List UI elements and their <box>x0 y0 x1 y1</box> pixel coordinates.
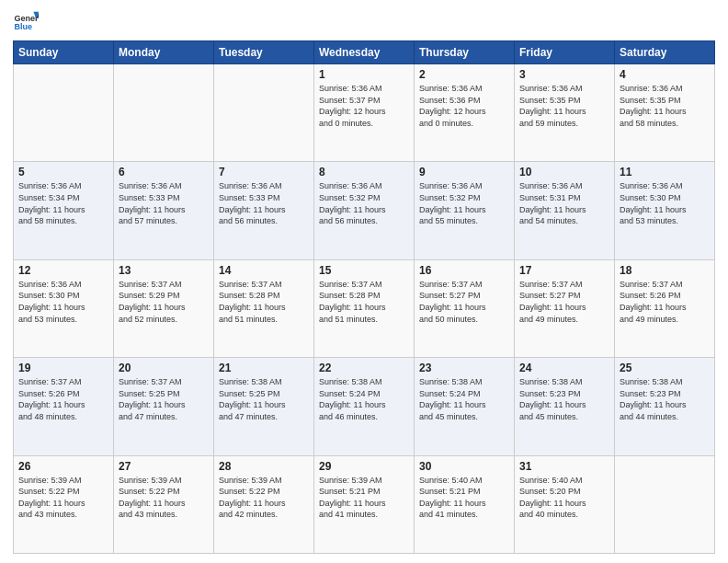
calendar-cell: 17Sunrise: 5:37 AM Sunset: 5:27 PM Dayli… <box>515 259 615 357</box>
day-info: Sunrise: 5:40 AM Sunset: 5:21 PM Dayligh… <box>419 475 509 521</box>
calendar-cell: 20Sunrise: 5:37 AM Sunset: 5:25 PM Dayli… <box>114 358 214 455</box>
day-info: Sunrise: 5:36 AM Sunset: 5:36 PM Dayligh… <box>419 83 509 129</box>
calendar-cell: 21Sunrise: 5:38 AM Sunset: 5:25 PM Dayli… <box>214 358 314 455</box>
day-info: Sunrise: 5:39 AM Sunset: 5:22 PM Dayligh… <box>219 475 309 521</box>
calendar-cell: 4Sunrise: 5:36 AM Sunset: 5:35 PM Daylig… <box>615 64 715 162</box>
calendar-table: SundayMondayTuesdayWednesdayThursdayFrid… <box>13 40 715 554</box>
day-info: Sunrise: 5:37 AM Sunset: 5:27 PM Dayligh… <box>419 279 509 325</box>
day-number: 18 <box>620 264 710 277</box>
day-number: 20 <box>119 362 209 374</box>
day-number: 28 <box>219 460 309 473</box>
day-number: 5 <box>18 166 108 178</box>
day-info: Sunrise: 5:38 AM Sunset: 5:23 PM Dayligh… <box>519 376 609 422</box>
day-number: 8 <box>319 166 409 178</box>
calendar-cell: 3Sunrise: 5:36 AM Sunset: 5:35 PM Daylig… <box>515 64 615 162</box>
calendar-cell <box>214 64 314 162</box>
calendar-header: SundayMondayTuesdayWednesdayThursdayFrid… <box>14 41 715 64</box>
weekday-header-thursday: Thursday <box>415 41 515 64</box>
calendar-cell <box>14 64 114 162</box>
day-info: Sunrise: 5:38 AM Sunset: 5:24 PM Dayligh… <box>419 376 509 422</box>
day-number: 29 <box>319 460 409 473</box>
calendar-cell: 26Sunrise: 5:39 AM Sunset: 5:22 PM Dayli… <box>14 455 114 553</box>
calendar-cell: 30Sunrise: 5:40 AM Sunset: 5:21 PM Dayli… <box>415 455 515 553</box>
calendar-cell: 8Sunrise: 5:36 AM Sunset: 5:32 PM Daylig… <box>314 162 415 259</box>
calendar-cell: 19Sunrise: 5:37 AM Sunset: 5:26 PM Dayli… <box>14 358 114 455</box>
day-info: Sunrise: 5:38 AM Sunset: 5:24 PM Dayligh… <box>319 376 409 422</box>
day-number: 6 <box>119 166 209 178</box>
day-number: 19 <box>18 362 108 374</box>
day-number: 27 <box>119 460 209 473</box>
day-number: 9 <box>419 166 509 178</box>
day-info: Sunrise: 5:38 AM Sunset: 5:23 PM Dayligh… <box>620 376 710 422</box>
calendar-body: 1Sunrise: 5:36 AM Sunset: 5:37 PM Daylig… <box>14 64 715 554</box>
day-number: 2 <box>419 68 509 81</box>
calendar-cell: 11Sunrise: 5:36 AM Sunset: 5:30 PM Dayli… <box>615 162 715 259</box>
calendar-cell: 18Sunrise: 5:37 AM Sunset: 5:26 PM Dayli… <box>615 259 715 357</box>
calendar-cell: 1Sunrise: 5:36 AM Sunset: 5:37 PM Daylig… <box>314 64 415 162</box>
day-info: Sunrise: 5:37 AM Sunset: 5:29 PM Dayligh… <box>119 279 209 325</box>
calendar-cell: 2Sunrise: 5:36 AM Sunset: 5:36 PM Daylig… <box>415 64 515 162</box>
weekday-header-friday: Friday <box>515 41 615 64</box>
day-number: 16 <box>419 264 509 277</box>
calendar-week-row: 26Sunrise: 5:39 AM Sunset: 5:22 PM Dayli… <box>14 455 715 553</box>
weekday-header-sunday: Sunday <box>14 41 114 64</box>
day-number: 31 <box>519 460 609 473</box>
day-info: Sunrise: 5:36 AM Sunset: 5:31 PM Dayligh… <box>519 180 609 226</box>
weekday-header-monday: Monday <box>114 41 214 64</box>
weekday-header-tuesday: Tuesday <box>214 41 314 64</box>
day-info: Sunrise: 5:36 AM Sunset: 5:30 PM Dayligh… <box>620 180 710 226</box>
page: General Blue SundayMondayTuesdayWednesda… <box>0 0 728 563</box>
day-info: Sunrise: 5:37 AM Sunset: 5:27 PM Dayligh… <box>519 279 609 325</box>
day-info: Sunrise: 5:40 AM Sunset: 5:20 PM Dayligh… <box>519 475 609 521</box>
day-info: Sunrise: 5:37 AM Sunset: 5:28 PM Dayligh… <box>219 279 309 325</box>
day-number: 13 <box>119 264 209 277</box>
day-info: Sunrise: 5:39 AM Sunset: 5:22 PM Dayligh… <box>119 475 209 521</box>
calendar-cell <box>114 64 214 162</box>
day-number: 17 <box>519 264 609 277</box>
day-number: 7 <box>219 166 309 178</box>
weekday-header-saturday: Saturday <box>615 41 715 64</box>
day-number: 1 <box>319 68 409 81</box>
day-info: Sunrise: 5:39 AM Sunset: 5:22 PM Dayligh… <box>18 475 108 521</box>
day-info: Sunrise: 5:37 AM Sunset: 5:26 PM Dayligh… <box>620 279 710 325</box>
calendar-week-row: 12Sunrise: 5:36 AM Sunset: 5:30 PM Dayli… <box>14 259 715 357</box>
generalblue-logo-icon: General Blue <box>13 9 39 35</box>
calendar-cell: 7Sunrise: 5:36 AM Sunset: 5:33 PM Daylig… <box>214 162 314 259</box>
day-info: Sunrise: 5:37 AM Sunset: 5:28 PM Dayligh… <box>319 279 409 325</box>
day-number: 4 <box>620 68 710 81</box>
day-number: 12 <box>18 264 108 277</box>
calendar-week-row: 5Sunrise: 5:36 AM Sunset: 5:34 PM Daylig… <box>14 162 715 259</box>
day-number: 10 <box>519 166 609 178</box>
calendar-cell: 23Sunrise: 5:38 AM Sunset: 5:24 PM Dayli… <box>415 358 515 455</box>
calendar-cell <box>615 455 715 553</box>
day-number: 30 <box>419 460 509 473</box>
day-info: Sunrise: 5:37 AM Sunset: 5:26 PM Dayligh… <box>18 376 108 422</box>
calendar-cell: 6Sunrise: 5:36 AM Sunset: 5:33 PM Daylig… <box>114 162 214 259</box>
day-info: Sunrise: 5:38 AM Sunset: 5:25 PM Dayligh… <box>219 376 309 422</box>
calendar-cell: 29Sunrise: 5:39 AM Sunset: 5:21 PM Dayli… <box>314 455 415 553</box>
calendar-cell: 25Sunrise: 5:38 AM Sunset: 5:23 PM Dayli… <box>615 358 715 455</box>
day-info: Sunrise: 5:39 AM Sunset: 5:21 PM Dayligh… <box>319 475 409 521</box>
day-number: 22 <box>319 362 409 374</box>
day-info: Sunrise: 5:36 AM Sunset: 5:33 PM Dayligh… <box>119 180 209 226</box>
calendar-cell: 10Sunrise: 5:36 AM Sunset: 5:31 PM Dayli… <box>515 162 615 259</box>
calendar-cell: 22Sunrise: 5:38 AM Sunset: 5:24 PM Dayli… <box>314 358 415 455</box>
day-info: Sunrise: 5:36 AM Sunset: 5:34 PM Dayligh… <box>18 180 108 226</box>
calendar-cell: 27Sunrise: 5:39 AM Sunset: 5:22 PM Dayli… <box>114 455 214 553</box>
calendar-cell: 13Sunrise: 5:37 AM Sunset: 5:29 PM Dayli… <box>114 259 214 357</box>
calendar-cell: 15Sunrise: 5:37 AM Sunset: 5:28 PM Dayli… <box>314 259 415 357</box>
svg-text:Blue: Blue <box>14 22 32 31</box>
day-number: 23 <box>419 362 509 374</box>
day-info: Sunrise: 5:36 AM Sunset: 5:37 PM Dayligh… <box>319 83 409 129</box>
day-number: 3 <box>519 68 609 81</box>
day-number: 25 <box>620 362 710 374</box>
calendar-cell: 9Sunrise: 5:36 AM Sunset: 5:32 PM Daylig… <box>415 162 515 259</box>
day-info: Sunrise: 5:37 AM Sunset: 5:25 PM Dayligh… <box>119 376 209 422</box>
calendar-cell: 5Sunrise: 5:36 AM Sunset: 5:34 PM Daylig… <box>14 162 114 259</box>
calendar-cell: 24Sunrise: 5:38 AM Sunset: 5:23 PM Dayli… <box>515 358 615 455</box>
day-info: Sunrise: 5:36 AM Sunset: 5:33 PM Dayligh… <box>219 180 309 226</box>
day-info: Sunrise: 5:36 AM Sunset: 5:30 PM Dayligh… <box>18 279 108 325</box>
day-number: 11 <box>620 166 710 178</box>
weekday-header-wednesday: Wednesday <box>314 41 415 64</box>
day-info: Sunrise: 5:36 AM Sunset: 5:32 PM Dayligh… <box>419 180 509 226</box>
